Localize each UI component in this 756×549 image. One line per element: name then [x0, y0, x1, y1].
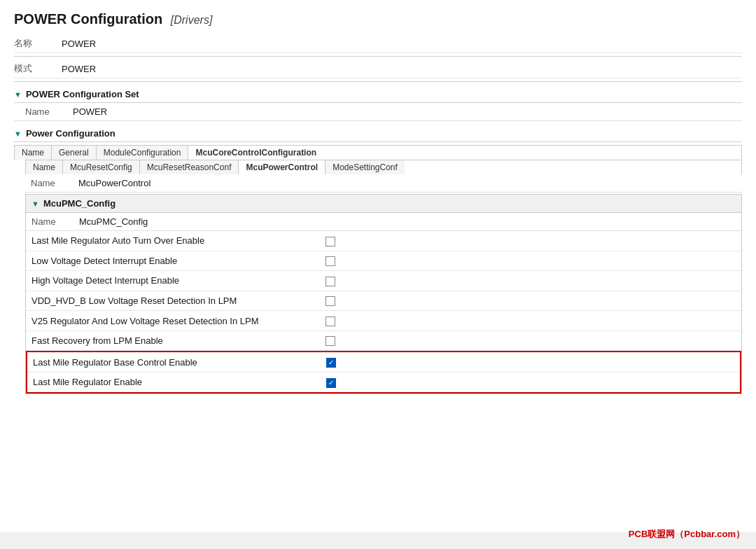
power-configuration-label: Power Configuration [26, 128, 115, 139]
chevron-icon: ▼ [14, 90, 22, 99]
tab-mcu-core-control[interactable]: McuCoreControlConfiguration [188, 146, 323, 160]
highlighted-row-label-1: Last Mile Regulator Enable [27, 372, 321, 392]
title-text: POWER Configuration [14, 11, 162, 27]
sub-tab-mcu-reset-reason-conf[interactable]: McuResetReasonConf [140, 160, 239, 174]
checkbox-checked-icon[interactable]: ✓ [326, 378, 336, 388]
sub-tab-mcu-power-control[interactable]: McuPowerControl [239, 160, 326, 174]
row-label-3: VDD_HVD_B Low Voltage Reset Detection In… [26, 291, 320, 311]
divider-1 [14, 56, 742, 57]
mcu-pmc-name-row: Name McuPMC_Config [26, 213, 741, 231]
row-checkbox-3[interactable] [320, 291, 741, 311]
row-checkbox-4[interactable] [320, 311, 741, 331]
mcu-pmc-name-value: McuPMC_Config [79, 216, 148, 227]
divider-2 [14, 81, 742, 82]
sub-tab-name[interactable]: Name [26, 160, 63, 174]
main-container: POWER Configuration [Drivers] 名称 POWER 模… [0, 0, 756, 532]
mcu-pmc-config-section: ▼ McuPMC_Config Name McuPMC_Config Last … [25, 194, 742, 394]
name-field-row: 名称 POWER [14, 34, 742, 53]
mcu-pmc-name-label: Name [31, 216, 74, 227]
checkbox-checked-icon[interactable]: ✓ [326, 358, 336, 368]
power-config-set-header[interactable]: ▼ POWER Configuration Set [14, 85, 742, 103]
set-name-value: POWER [73, 106, 107, 117]
mcu-name-value: McuPowerControl [78, 178, 150, 188]
table-row: Last Mile Regulator Auto Turn Over Enabl… [26, 231, 741, 251]
row-checkbox-1[interactable] [320, 251, 741, 271]
tab-name[interactable]: Name [15, 146, 52, 160]
mcu-pmc-chevron-icon: ▼ [31, 200, 39, 208]
set-name-row: Name POWER [14, 103, 742, 121]
tabs-row: Name General ModuleConfiguration McuCore… [14, 145, 742, 160]
row-checkbox-0[interactable] [320, 231, 741, 251]
name-label: 名称 [14, 37, 56, 50]
table-row: Fast Recovery from LPM Enable [26, 331, 741, 351]
watermark-text: PCB联盟网（Pcbbar.com） [629, 529, 745, 539]
highlighted-row-checkbox-1[interactable]: ✓ [321, 372, 741, 392]
table-row: VDD_HVD_B Low Voltage Reset Detection In… [26, 291, 741, 311]
watermark: PCB联盟网（Pcbbar.com） [629, 528, 745, 541]
highlighted-row-label-0: Last Mile Regulator Base Control Enable [27, 352, 321, 372]
name-value: POWER [62, 39, 96, 49]
page-title: POWER Configuration [Drivers] [14, 11, 742, 27]
table-row: Low Voltage Detect Interrupt Enable [26, 251, 741, 271]
power-config-chevron-icon: ▼ [14, 130, 22, 138]
highlighted-table-row: Last Mile Regulator Base Control Enable … [27, 352, 741, 372]
highlighted-table-row: Last Mile Regulator Enable ✓ [27, 372, 741, 392]
checkbox-empty-icon[interactable] [326, 277, 335, 286]
checkbox-empty-icon[interactable] [326, 336, 335, 346]
row-label-1: Low Voltage Detect Interrupt Enable [26, 251, 320, 271]
tab-module-configuration[interactable]: ModuleConfiguration [97, 146, 189, 160]
power-configuration-header[interactable]: ▼ Power Configuration [14, 124, 742, 142]
mcu-pmc-config-label: McuPMC_Config [43, 198, 115, 209]
set-name-label: Name [25, 106, 67, 117]
row-checkbox-2[interactable] [320, 271, 741, 291]
mode-label: 模式 [14, 62, 56, 75]
row-label-2: High Voltage Detect Interrupt Enable [26, 271, 320, 291]
checkbox-empty-icon[interactable] [326, 256, 335, 266]
mcu-name-label: Name [31, 178, 73, 188]
sub-tabs-row: Name McuResetConfig McuResetReasonConf M… [25, 160, 742, 174]
tab-general[interactable]: General [52, 146, 97, 160]
sub-tab-mode-setting-conf[interactable]: ModeSettingConf [326, 160, 405, 174]
table-row: High Voltage Detect Interrupt Enable [26, 271, 741, 291]
mcu-power-control-name-row: Name McuPowerControl [25, 174, 742, 193]
table-row: V25 Regulator And Low Voltage Reset Dete… [26, 311, 741, 331]
highlighted-row-checkbox-0[interactable]: ✓ [321, 352, 741, 372]
title-suffix: [Drivers] [171, 14, 213, 26]
mcu-pmc-config-header[interactable]: ▼ McuPMC_Config [26, 195, 741, 213]
highlighted-config-table: Last Mile Regulator Base Control Enable … [26, 351, 741, 393]
row-label-4: V25 Regulator And Low Voltage Reset Dete… [26, 311, 320, 331]
checkbox-empty-icon[interactable] [326, 237, 335, 246]
row-label-0: Last Mile Regulator Auto Turn Over Enabl… [26, 231, 320, 251]
mode-value: POWER [62, 64, 96, 74]
mode-field-row: 模式 POWER [14, 60, 742, 78]
row-checkbox-5[interactable] [320, 331, 741, 351]
config-table: Last Mile Regulator Auto Turn Over Enabl… [26, 231, 741, 351]
checkbox-empty-icon[interactable] [326, 317, 335, 326]
power-config-set-label: POWER Configuration Set [26, 89, 139, 99]
sub-tab-mcu-reset-config[interactable]: McuResetConfig [63, 160, 140, 174]
row-label-5: Fast Recovery from LPM Enable [26, 331, 320, 351]
checkbox-empty-icon[interactable] [326, 296, 335, 306]
